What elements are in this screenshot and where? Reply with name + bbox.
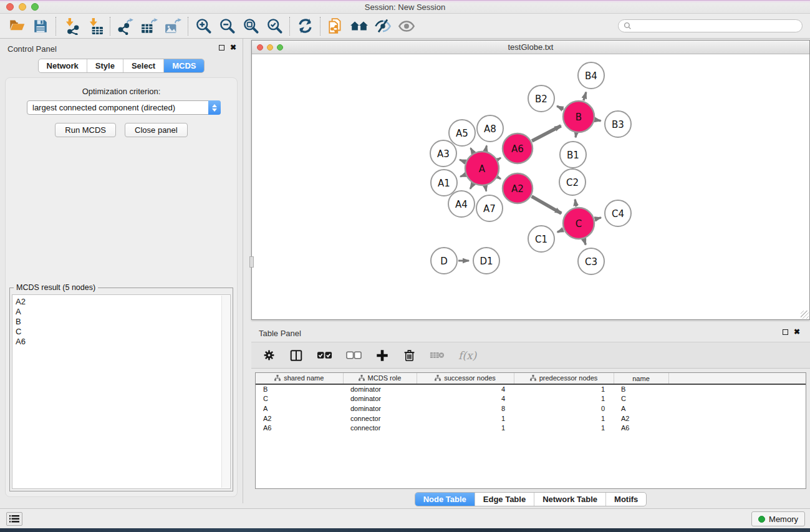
import-table-file-button[interactable] <box>83 16 107 37</box>
toolbar-separator <box>55 17 56 36</box>
zoom-fit-button[interactable] <box>239 16 263 37</box>
save-session-button[interactable] <box>29 16 52 37</box>
graph-edge[interactable] <box>471 148 473 152</box>
graph-edge[interactable] <box>498 177 501 179</box>
dropdown-stepper-icon <box>208 100 221 115</box>
close-panel-button[interactable]: Close panel <box>125 123 188 137</box>
graph-edge[interactable] <box>557 230 563 232</box>
home-layout-button[interactable] <box>347 16 371 37</box>
shared-column-icon <box>359 375 365 381</box>
mcds-result-item[interactable]: A2 <box>16 297 230 307</box>
table-settings-button[interactable] <box>263 349 276 362</box>
graph-edge[interactable] <box>595 120 601 121</box>
tab-network-table[interactable]: Network Table <box>534 493 605 506</box>
panel-splitter-grip[interactable] <box>249 256 254 268</box>
criterion-dropdown[interactable]: largest connected component (directed) <box>27 100 221 115</box>
import-network-file-button[interactable] <box>59 16 83 37</box>
tab-edge-table[interactable]: Edge Table <box>475 493 534 506</box>
mcds-result-item[interactable]: A6 <box>16 337 230 347</box>
graph-edge[interactable] <box>584 92 586 100</box>
column-header-predecessor-nodes[interactable]: predecessor nodes <box>514 373 614 384</box>
graph-edge[interactable] <box>460 175 465 177</box>
mcds-result-list[interactable]: A2 A B C A6 <box>12 294 231 489</box>
function-builder-button[interactable]: f(x) <box>458 349 476 362</box>
node-table[interactable]: shared name MCDS role successor nodes pr… <box>255 372 806 489</box>
export-image-button[interactable] <box>161 16 185 37</box>
refresh-view-button[interactable] <box>293 16 317 37</box>
tab-motifs[interactable]: Motifs <box>605 493 646 506</box>
graph-edge[interactable] <box>498 158 501 160</box>
graph-edge[interactable] <box>486 145 487 150</box>
tab-style[interactable]: Style <box>87 59 123 72</box>
home-icon <box>350 17 369 36</box>
window-resize-grip[interactable] <box>801 311 809 319</box>
tab-network[interactable]: Network <box>39 59 87 72</box>
delete-table-button[interactable] <box>430 351 445 360</box>
graph-node-label: A1 <box>438 178 450 189</box>
table-row[interactable]: Bdominator41B <box>256 384 806 394</box>
float-panel-icon[interactable] <box>219 45 224 51</box>
zoom-in-button[interactable] <box>191 16 215 37</box>
hide-visual-properties-button[interactable] <box>371 16 395 37</box>
table-row[interactable]: Adominator80A <box>256 404 806 414</box>
zoom-out-button[interactable] <box>215 16 239 37</box>
unchecked-checkboxes-icon <box>346 351 362 359</box>
zoom-selected-button[interactable] <box>263 16 286 37</box>
plus-icon <box>375 349 389 362</box>
tab-node-table[interactable]: Node Table <box>415 493 475 506</box>
close-panel-icon[interactable]: ✖ <box>230 44 236 51</box>
graph-edge[interactable] <box>557 106 563 109</box>
close-table-panel-icon[interactable]: ✖ <box>794 329 800 335</box>
graph-edge[interactable] <box>460 160 465 162</box>
mcds-result-item[interactable]: B <box>16 317 230 327</box>
select-all-columns-button[interactable] <box>317 351 332 359</box>
graph-node-label: B3 <box>612 119 624 130</box>
column-view-button[interactable] <box>289 349 303 362</box>
graph-edge[interactable] <box>595 218 601 219</box>
column-header-name[interactable]: name <box>614 373 668 384</box>
export-table-button[interactable] <box>137 16 161 37</box>
graph-edge[interactable] <box>584 239 586 245</box>
network-graph[interactable]: B4B2BB3A8A5A6B1A3AC2A1A2A4A7C4CC1C3DD1 <box>252 55 809 319</box>
graph-edge[interactable] <box>575 200 576 207</box>
mcds-result-item[interactable]: C <box>16 327 230 337</box>
graph-edge[interactable] <box>576 133 576 138</box>
status-bar: Memory <box>0 508 810 528</box>
column-header-mcds-role[interactable]: MCDS role <box>343 373 417 384</box>
graph-node-label: A2 <box>511 183 524 195</box>
task-history-button[interactable] <box>6 512 22 526</box>
search-input[interactable] <box>632 22 797 31</box>
graph-node-label: B <box>576 112 582 123</box>
import-table-icon <box>86 17 104 35</box>
tab-select[interactable]: Select <box>123 59 163 72</box>
export-network-button[interactable] <box>113 16 137 37</box>
column-header-successor-nodes[interactable]: successor nodes <box>417 373 514 384</box>
open-session-button[interactable] <box>5 16 29 37</box>
network-canvas[interactable]: B4B2BB3A8A5A6B1A3AC2A1A2A4A7C4CC1C3DD1 <box>252 55 809 319</box>
memory-button[interactable]: Memory <box>751 511 805 526</box>
new-network-from-file-button[interactable] <box>324 16 347 37</box>
table-row[interactable]: Cdominator41C <box>256 394 806 404</box>
delete-column-button[interactable] <box>403 349 416 362</box>
deselect-all-columns-button[interactable] <box>346 351 362 359</box>
create-column-button[interactable] <box>375 349 389 362</box>
graph-edge[interactable] <box>532 126 561 141</box>
main-toolbar <box>0 14 810 39</box>
table-row[interactable]: A6connector11A6 <box>256 423 806 433</box>
table-row[interactable]: A2connector11A2 <box>256 414 806 423</box>
graph-node-label: A3 <box>437 148 450 160</box>
graph-edge[interactable] <box>532 196 562 213</box>
run-mcds-button[interactable]: Run MCDS <box>55 123 116 137</box>
zoom-selected-icon <box>266 17 283 34</box>
graph-edge[interactable] <box>485 186 486 191</box>
graph-edge[interactable] <box>470 184 473 189</box>
column-header-shared-name[interactable]: shared name <box>256 373 343 384</box>
result-scrollbar[interactable] <box>221 296 229 488</box>
show-graphics-details-button[interactable] <box>395 16 418 37</box>
tab-mcds[interactable]: MCDS <box>163 59 204 72</box>
graph-node-label: C4 <box>612 208 624 220</box>
graph-node-label: D <box>440 256 448 267</box>
mcds-result-item[interactable]: A <box>16 307 230 317</box>
toolbar-search[interactable] <box>618 19 803 32</box>
float-table-panel-icon[interactable] <box>783 329 788 335</box>
